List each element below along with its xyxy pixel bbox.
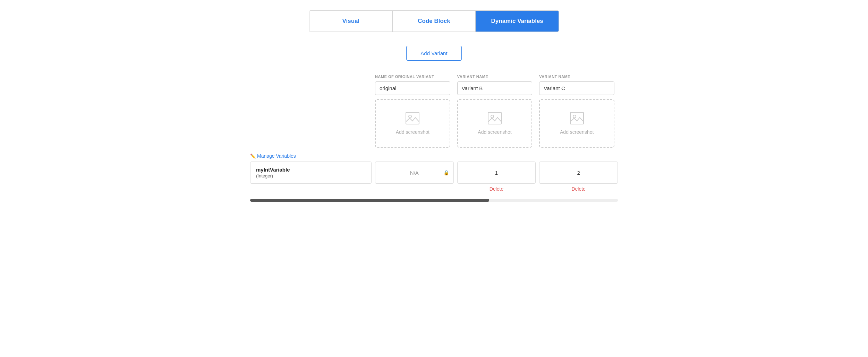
var-value-cols: N/A 🔒 1 2 xyxy=(372,162,618,184)
variant-col-b: VARIANT NAME Add screenshot xyxy=(454,75,536,148)
col-header-original: NAME OF ORIGINAL VARIANT xyxy=(375,75,450,79)
svg-rect-2 xyxy=(488,112,501,124)
pencil-icon: ✏️ xyxy=(250,154,256,159)
scrollbar-thumb xyxy=(250,199,489,202)
var-value-c: 2 xyxy=(577,170,580,176)
manage-variables-row: ✏️ Manage Variables xyxy=(250,153,618,159)
var-name: myIntVariable xyxy=(256,167,366,173)
tab-code-block[interactable]: Code Block xyxy=(393,11,476,32)
var-value-cell-original: N/A 🔒 xyxy=(375,162,454,184)
col-header-b: VARIANT NAME xyxy=(457,75,533,79)
variant-name-input-b[interactable] xyxy=(457,81,533,95)
variant-name-input-original[interactable] xyxy=(375,81,450,95)
delete-cells: Delete Delete xyxy=(372,186,618,192)
add-variant-button[interactable]: Add Variant xyxy=(406,46,461,61)
svg-point-1 xyxy=(409,115,411,118)
image-icon-c xyxy=(570,112,584,126)
var-value-cell-c[interactable]: 2 xyxy=(539,162,618,184)
variants-cols: NAME OF ORIGINAL VARIANT Add screenshot xyxy=(372,75,618,148)
screenshot-area-original[interactable]: Add screenshot xyxy=(375,99,450,148)
svg-rect-4 xyxy=(570,112,584,124)
screenshot-area-b[interactable]: Add screenshot xyxy=(457,99,533,148)
delete-cell-c: Delete xyxy=(539,186,618,192)
variant-label-col xyxy=(250,75,372,148)
var-name-cell: myIntVariable (Integer) xyxy=(250,162,372,184)
variants-grid: NAME OF ORIGINAL VARIANT Add screenshot xyxy=(250,75,618,148)
variable-row-myIntVariable: myIntVariable (Integer) N/A 🔒 1 2 xyxy=(250,162,618,184)
tabs-container: Visual Code Block Dynamic Variables xyxy=(309,10,559,32)
variant-col-original: NAME OF ORIGINAL VARIANT Add screenshot xyxy=(372,75,454,148)
variant-col-c: VARIANT NAME Add screenshot xyxy=(536,75,618,148)
tab-visual[interactable]: Visual xyxy=(309,11,393,32)
delete-cell-b: Delete xyxy=(457,186,536,192)
var-value-cell-b[interactable]: 1 xyxy=(457,162,536,184)
screenshot-label-c: Add screenshot xyxy=(560,129,594,135)
delete-cell-original xyxy=(375,186,454,192)
image-icon-b xyxy=(488,112,502,126)
col-header-c: VARIANT NAME xyxy=(539,75,614,79)
screenshot-label-b: Add screenshot xyxy=(478,129,511,135)
variant-name-input-c[interactable] xyxy=(539,81,614,95)
manage-variables-link[interactable]: ✏️ Manage Variables xyxy=(250,153,296,159)
manage-variables-label: Manage Variables xyxy=(257,153,296,159)
image-icon-original xyxy=(406,112,419,126)
svg-point-5 xyxy=(573,115,576,118)
screenshot-area-c[interactable]: Add screenshot xyxy=(539,99,614,148)
scrollbar-row[interactable] xyxy=(250,199,618,202)
var-type: (Integer) xyxy=(256,173,366,178)
delete-placeholder xyxy=(250,186,372,192)
lock-icon: 🔒 xyxy=(443,170,449,175)
svg-point-3 xyxy=(491,115,494,118)
var-value-b: 1 xyxy=(495,170,498,176)
tab-dynamic-variables[interactable]: Dynamic Variables xyxy=(476,11,559,32)
delete-button-b[interactable]: Delete xyxy=(490,186,503,192)
page-container: Visual Code Block Dynamic Variables Add … xyxy=(0,0,868,223)
delete-button-c[interactable]: Delete xyxy=(571,186,585,192)
delete-row: Delete Delete xyxy=(250,186,618,192)
svg-rect-0 xyxy=(406,112,419,124)
screenshot-label-original: Add screenshot xyxy=(396,129,429,135)
var-value-original: N/A xyxy=(410,170,419,176)
